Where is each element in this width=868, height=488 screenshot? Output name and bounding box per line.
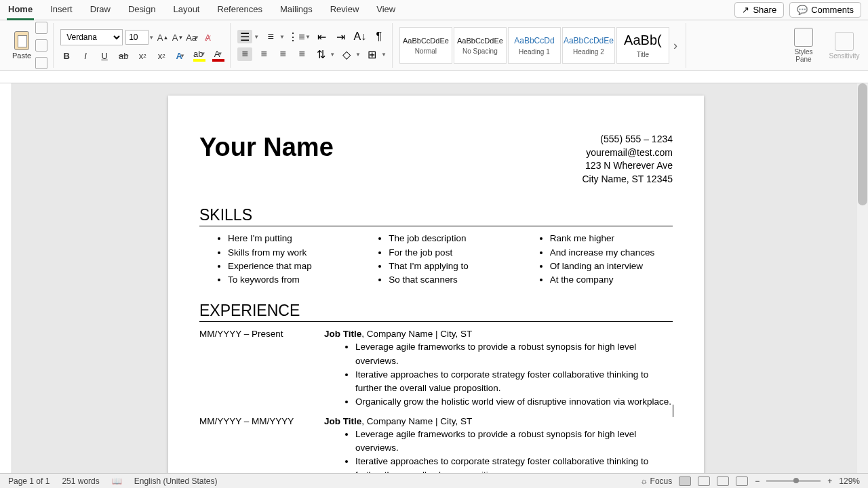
vertical-ruler[interactable] [0,83,12,473]
tab-draw[interactable]: Draw [89,0,112,20]
tab-insert[interactable]: Insert [49,0,74,20]
tab-references[interactable]: References [216,0,264,20]
skills-column: The job descriptionFor the job postThat … [360,232,511,287]
contact-block: (555) 555 – 1234 youremail@test.com 123 … [582,133,673,186]
bullets-button[interactable]: ☰ [237,30,252,43]
word-count[interactable]: 251 words [62,476,99,486]
superscript-button[interactable]: x2 [155,49,167,62]
comments-button[interactable]: 💬 Comments [789,2,861,18]
strike-button[interactable]: ab [117,49,130,62]
clear-format-button[interactable]: A̷ [201,31,214,43]
cut-icon[interactable] [35,22,47,34]
text-cursor [673,405,673,417]
list-item: At the company [550,273,673,287]
increase-indent-button[interactable]: ⇥ [334,30,349,43]
styles-more-button[interactable]: › [671,39,680,53]
font-size-input[interactable] [125,30,149,45]
pilcrow-button[interactable]: ¶ [372,30,387,43]
zoom-slider[interactable] [766,480,821,482]
shading-button[interactable]: ◇ [339,47,354,61]
resume-name: Your Name [199,133,334,162]
share-button[interactable]: ↗ Share [734,2,784,18]
copy-icon[interactable] [35,39,47,52]
list-item: Experience that map [228,260,351,273]
paste-button[interactable]: Paste [12,31,31,60]
job-title-line: Job Title, Company Name | City, ST [324,416,673,426]
list-item: Leverage agile frameworks to provide a r… [355,428,673,455]
change-case-button[interactable]: Aa▼ [186,31,199,43]
sensitivity-button[interactable]: Sensitivity [827,32,861,60]
font-name-select[interactable]: Verdana [60,29,123,45]
zoom-in-button[interactable]: + [827,476,832,486]
list-item: And increase my chances [550,246,673,260]
zoom-out-button[interactable]: − [755,476,760,486]
list-item: To keywords from [228,273,351,287]
style-heading-2[interactable]: AaBbCcDdEeHeading 2 [562,27,615,64]
skills-heading: SKILLS [199,206,673,226]
highlight-button[interactable]: ab▼ [193,49,205,62]
shrink-font-button[interactable]: A▼ [172,31,184,43]
tab-review[interactable]: Review [329,0,361,20]
zoom-level[interactable]: 129% [839,476,860,486]
spellcheck-icon[interactable]: 📖 [112,476,122,486]
list-item: Of landing an interview [550,260,673,273]
skills-column: Here I'm puttingSkills from my workExper… [199,232,351,287]
style-heading-1[interactable]: AaBbCcDdHeading 1 [508,27,561,64]
experience-heading: EXPERIENCE [199,302,673,322]
tab-layout[interactable]: Layout [172,0,201,20]
tab-design[interactable]: Design [127,0,157,20]
list-item: Organically grow the holistic world view… [355,395,673,409]
list-item: Skills from my work [228,246,351,260]
align-left-button[interactable]: ≡ [237,47,252,61]
print-layout-icon[interactable] [679,476,691,486]
tab-home[interactable]: Home [7,0,34,20]
job-date: MM/YYYY – Present [199,329,324,409]
style-no-spacing[interactable]: AaBbCcDdEeNo Spacing [454,27,507,64]
text-effects-button[interactable]: A▼ [174,49,186,62]
sort-button[interactable]: A↓ [353,30,368,43]
document-canvas[interactable]: Your Name (555) 555 – 1234 youremail@tes… [12,83,857,473]
vertical-scrollbar[interactable] [857,83,868,473]
list-item: The job description [389,232,511,245]
subscript-button[interactable]: x2 [136,49,149,62]
page-indicator[interactable]: Page 1 of 1 [8,476,50,486]
focus-mode-button[interactable]: ☼ Focus [640,476,672,486]
tab-view[interactable]: View [375,0,397,20]
list-item: For the job post [389,246,511,260]
underline-button[interactable]: U [98,49,111,62]
justify-button[interactable]: ≡ [294,47,309,61]
align-right-button[interactable]: ≡ [275,47,290,61]
page: Your Name (555) 555 – 1234 youremail@tes… [168,96,704,473]
web-layout-icon[interactable] [698,476,710,486]
skills-column: Rank me higherAnd increase my chancesOf … [521,232,673,287]
bold-button[interactable]: B [60,49,73,62]
line-spacing-button[interactable]: ⇅ [313,47,328,61]
job-body: Job Title, Company Name | City, STLevera… [324,329,673,409]
grow-font-button[interactable]: A▲ [157,31,169,43]
borders-button[interactable]: ⊞ [365,47,380,61]
tab-mailings[interactable]: Mailings [279,0,314,20]
outline-icon[interactable] [717,476,729,486]
numbering-button[interactable]: ≡ [263,30,278,43]
language-indicator[interactable]: English (United States) [134,476,218,486]
style-title[interactable]: AaBb(Title [616,27,669,64]
list-item: Iterative approaches to corporate strate… [355,455,673,473]
list-item: So that scanners [389,273,511,287]
font-color-button[interactable]: A▼ [212,49,224,62]
job-body: Job Title, Company Name | City, STLevera… [324,416,673,473]
format-painter-icon[interactable] [35,57,47,69]
italic-button[interactable]: I [79,49,92,62]
align-center-button[interactable]: ≡ [256,47,271,61]
list-item: Here I'm putting [228,232,351,245]
list-item: Rank me higher [550,232,673,245]
experience-row: MM/YYYY – PresentJob Title, Company Name… [199,329,673,409]
list-item: Leverage agile frameworks to provide a r… [355,340,673,368]
horizontal-ruler[interactable] [0,71,868,83]
multilevel-button[interactable]: ⋮≡ [289,30,304,43]
experience-row: MM/YYYY – MM/YYYYJob Title, Company Name… [199,416,673,473]
decrease-indent-button[interactable]: ⇤ [315,30,330,43]
style-normal[interactable]: AaBbCcDdEeNormal [399,27,452,64]
draft-icon[interactable] [736,476,748,486]
styles-pane-button[interactable]: Styles Pane [787,28,821,63]
job-date: MM/YYYY – MM/YYYY [199,416,324,473]
